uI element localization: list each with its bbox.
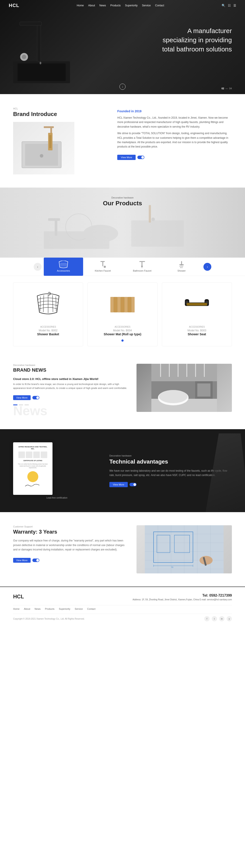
footer: HCL Tel: 0592-7217399 Address: 1F, 59, Z…	[0, 587, 245, 626]
footer-link-superiority[interactable]: Superiority	[59, 608, 70, 610]
nav-logo[interactable]: HCL	[9, 3, 19, 8]
news-watermark: News	[13, 403, 128, 418]
svg-point-37	[180, 267, 181, 268]
card2-category: ACCESSORIES	[92, 326, 153, 328]
basket-svg-image	[34, 290, 62, 319]
svg-point-68	[159, 390, 187, 403]
social-twitter[interactable]: t	[212, 616, 217, 621]
nav-service[interactable]: Service	[142, 4, 151, 7]
footer-link-home[interactable]: Home	[13, 608, 20, 610]
card3-category: ACCESSORIES	[166, 326, 227, 328]
nav-superiority[interactable]: Superiority	[125, 4, 137, 7]
news-title: BRAND NEWS	[13, 367, 128, 373]
social-linkedin[interactable]: in	[219, 616, 224, 621]
menu-icon[interactable]: ☰	[234, 4, 236, 7]
hero-nav-bottom: ↓	[0, 84, 245, 90]
blueprint-svg: 70	[145, 525, 223, 574]
nav-contact[interactable]: Contact	[155, 4, 164, 7]
tab-shower[interactable]: Shower	[162, 257, 201, 276]
product-card-seat: ACCESSORIES Model No. B003 Shower Seat	[162, 283, 232, 346]
grid-icon[interactable]: ☷	[228, 4, 231, 7]
svg-rect-50	[128, 297, 131, 312]
tech-view-more[interactable]: View More	[110, 482, 136, 487]
svg-point-27	[104, 266, 106, 268]
footer-social-links: f t in y	[204, 616, 232, 621]
signature-svg	[24, 483, 41, 487]
footer-link-service[interactable]: Service	[75, 608, 83, 610]
hero-background: A manufacturerspecializing in providingt…	[0, 0, 245, 94]
warranty-toggle[interactable]	[32, 559, 39, 562]
accessories-icon	[58, 261, 69, 269]
social-youtube[interactable]: y	[226, 616, 232, 621]
tab-accessories[interactable]: Accessories	[44, 257, 83, 276]
brand-view-more[interactable]: View More	[117, 155, 144, 160]
toggle-button[interactable]	[137, 156, 144, 159]
svg-rect-51	[131, 297, 134, 312]
svg-rect-1	[18, 63, 66, 81]
footer-link-news[interactable]: News	[35, 608, 41, 610]
news-toggle[interactable]	[32, 396, 39, 399]
tech-view-more-button[interactable]: View More	[110, 482, 128, 487]
cert-logo-4	[41, 452, 47, 458]
cert-caption: Lead-free certification	[13, 497, 101, 499]
tabs-prev-button[interactable]: ‹	[34, 263, 41, 271]
brand-image	[13, 122, 74, 175]
nav-products[interactable]: Products	[110, 4, 121, 7]
svg-text:70: 70	[171, 566, 173, 568]
nav-about[interactable]: About	[88, 4, 95, 7]
footer-link-about[interactable]: About	[24, 608, 30, 610]
social-facebook[interactable]: f	[204, 616, 210, 621]
kitchen-faucet-tab-icon	[97, 261, 108, 269]
tab-kitchen-faucet[interactable]: Kitchen Faucet	[83, 257, 123, 276]
brand-desc-2: We strive to provide "TOTAL SOLUTION" fr…	[117, 131, 232, 149]
nav-home[interactable]: Home	[77, 4, 84, 7]
nav-icons: 🔍 ☷ ☰	[222, 4, 236, 7]
footer-link-products[interactable]: Products	[45, 608, 55, 610]
seat-svg-image	[183, 290, 211, 319]
footer-divider	[13, 605, 232, 606]
brand-left-panel: HCL Brand Introduce	[13, 107, 109, 175]
warranty-view-more-button[interactable]: View More	[13, 558, 31, 563]
footer-link-contact[interactable]: Contact	[87, 608, 95, 610]
svg-point-5	[22, 55, 26, 59]
news-desc: In order to fit the brand's new image, w…	[13, 382, 128, 390]
slide-total: 04	[229, 87, 232, 90]
warranty-left-panel: Customer Support Warranty: 3 Years Our c…	[13, 525, 128, 563]
view-more-button[interactable]: View More	[117, 155, 135, 160]
seat-image	[166, 287, 227, 322]
bathroom-faucet-icon	[137, 261, 148, 269]
tabs-next-button[interactable]: ›	[204, 263, 211, 271]
news-left-panel: Decorative hardware BRAND NEWS Cloud sto…	[13, 364, 128, 418]
footer-phone: Tel: 0592-7217399	[132, 594, 232, 597]
svg-rect-62	[178, 364, 179, 377]
tech-left-panel: IAPMO RESEARCH AND TESTING, INC. CERTIFI…	[13, 442, 101, 499]
svg-rect-19	[131, 220, 184, 247]
svg-point-35	[181, 266, 182, 267]
tab-bathroom-faucet[interactable]: Bathroom Faucet	[123, 257, 162, 276]
svg-rect-32	[181, 261, 182, 265]
footer-address: Address: 1F, 59, Zhonling Road, Jimei Di…	[132, 598, 232, 601]
search-icon[interactable]: 🔍	[222, 4, 225, 7]
warranty-toggle-dot	[36, 559, 39, 562]
warranty-right-panel: 70	[136, 525, 232, 574]
news-view-more-button[interactable]: View More	[13, 395, 31, 400]
warranty-desc: Our company will replace free of charge,…	[13, 538, 128, 552]
svg-line-40	[43, 295, 44, 312]
nav-news[interactable]: News	[99, 4, 106, 7]
warranty-view-more[interactable]: View More	[13, 558, 39, 563]
slide-current: 02	[222, 87, 224, 90]
news-subtitle: Cloud store 2.0: HCL offline store settl…	[13, 377, 128, 381]
news-view-more[interactable]: View More	[13, 395, 39, 400]
hero-section: A manufacturerspecializing in providingt…	[0, 0, 245, 94]
cert-logo-1	[19, 452, 25, 458]
news-toggle-dot	[36, 396, 39, 399]
news-image	[136, 364, 232, 412]
card1-category: ACCESSORIES	[18, 326, 79, 328]
footer-links: Home About News Products Superiority Ser…	[13, 608, 232, 610]
cert-logos-row	[19, 452, 47, 458]
tech-toggle[interactable]	[129, 483, 136, 486]
scroll-down-button[interactable]: ↓	[119, 84, 126, 90]
products-section: Decorative hardware Our Products ‹ Acces…	[0, 188, 245, 353]
svg-rect-16	[48, 218, 60, 221]
brand-title: Brand Introduce	[13, 111, 109, 118]
